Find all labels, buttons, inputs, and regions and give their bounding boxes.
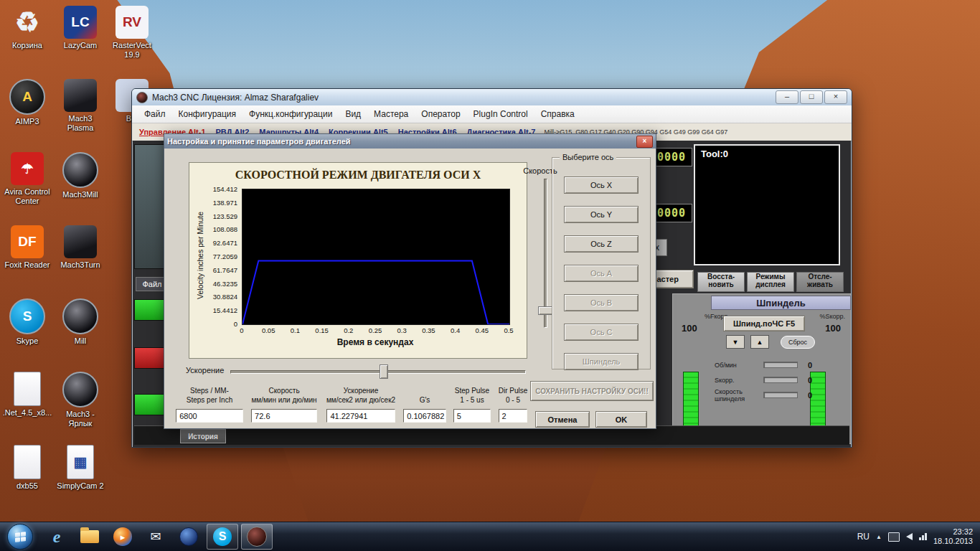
- dotnet-installer-icon: [14, 372, 41, 406]
- window-titlebar[interactable]: Mach3 CNC Лицензия: Almaz Sharafgaliev –…: [132, 89, 852, 105]
- spindle-row-label: Об/мин: [715, 362, 760, 369]
- reset-button[interactable]: [134, 394, 167, 415]
- language-indicator[interactable]: RU: [857, 532, 870, 542]
- view-button[interactable]: Режимы дисплея: [747, 272, 794, 292]
- ok-button[interactable]: OK: [595, 411, 647, 428]
- motor-tuning-dialog: Настройка и принятие параметров двигател…: [164, 133, 656, 429]
- dir-pulse-input[interactable]: 2: [499, 409, 528, 423]
- taskbar-item-media-player[interactable]: ▸: [108, 524, 138, 549]
- taskbar-item-app-globe[interactable]: [174, 524, 204, 549]
- cancel-button[interactable]: Отмена: [535, 411, 590, 428]
- spindle-row-slider[interactable]: [763, 392, 798, 398]
- feed-override-bar[interactable]: [683, 372, 699, 426]
- acceleration-input[interactable]: 41.227941: [326, 409, 395, 423]
- desktop-icon-label: .Net_4.5_x8...: [3, 408, 52, 418]
- desktop-icon-recycle-bin[interactable]: ♻Корзина: [1, 4, 53, 77]
- view-button[interactable]: Отсле- живать: [796, 272, 844, 292]
- menu-help[interactable]: Справка: [534, 107, 581, 121]
- desktop-icon-label: Skype: [17, 336, 39, 346]
- desktop-icon-rastervect[interactable]: RVRasterVect 19.9: [106, 4, 158, 77]
- spindle-override-bar[interactable]: [810, 372, 826, 426]
- velocity-input[interactable]: 72.6: [251, 409, 317, 423]
- menu-configuration[interactable]: Конфигурация: [172, 107, 243, 121]
- desktop-icon-label: Mach3 Plasma: [67, 114, 94, 133]
- menu-operator[interactable]: Оператор: [415, 107, 466, 121]
- avira-control-center-icon: ☂: [11, 152, 44, 185]
- menu-function-configs[interactable]: Функц.конфигурации: [242, 107, 339, 121]
- acceleration-slider[interactable]: [230, 364, 524, 378]
- menu-file[interactable]: Файл: [138, 107, 172, 121]
- spindle-arrow-button[interactable]: ▲: [750, 335, 769, 349]
- tray-volume-icon[interactable]: [906, 533, 913, 540]
- spindle-row: Скорость шпинделя0: [715, 387, 812, 402]
- spindle-row-label: Скорость шпинделя: [715, 388, 760, 402]
- menu-plugin-control[interactable]: PlugIn Control: [467, 107, 534, 121]
- desktop-icon-mach3-shortcut[interactable]: Mach3 - Ярлык: [55, 370, 106, 443]
- spindle-reset-button[interactable]: Сброс: [781, 336, 815, 349]
- menu-view[interactable]: Вид: [339, 107, 367, 121]
- stop-button[interactable]: [134, 347, 167, 369]
- field-label: 0 - 5: [496, 396, 530, 405]
- steps-per-unit-field: Steps / MM-Steps per Inch6800: [170, 387, 249, 423]
- desktop-icon-label: Avira Control Center: [4, 187, 50, 206]
- spindle-override-label: %Sкорр.: [819, 313, 845, 320]
- axis-buttons: Ось XОсь YОсь ZОсь AОсь BОсь CШпиндель: [552, 158, 650, 370]
- tray-network-icon[interactable]: [919, 533, 927, 540]
- taskbar-item-internet-explorer[interactable]: e: [42, 524, 72, 549]
- desktop-icon-mill[interactable]: Mill: [55, 297, 106, 370]
- field-label: Steps / MM-: [170, 387, 249, 396]
- maximize-button[interactable]: □: [800, 90, 823, 104]
- desktop-icon-lazycam[interactable]: LCLazyCam: [55, 4, 106, 77]
- dialog-titlebar[interactable]: Настройка и принятие параметров двигател…: [164, 134, 656, 149]
- y-tick-label: 46.3235: [213, 280, 237, 288]
- steps-per-unit-input[interactable]: 6800: [176, 409, 243, 423]
- history-button[interactable]: История: [180, 429, 226, 443]
- taskbar-clock[interactable]: 23:32 18.10.2013: [933, 527, 973, 546]
- desktop-icon-mach3mill[interactable]: Mach3Mill: [55, 151, 106, 224]
- spindle-row-slider[interactable]: [763, 377, 798, 383]
- desktop-icon-aimp3[interactable]: AAIMP3: [1, 77, 53, 151]
- step-pulse-input[interactable]: 5: [453, 409, 491, 423]
- menu-wizards[interactable]: Мастера: [367, 107, 415, 121]
- desktop-icon-mach3turn[interactable]: Mach3Turn: [55, 224, 106, 297]
- acceleration-slider-thumb[interactable]: [380, 364, 388, 379]
- skype-icon: S: [9, 298, 45, 334]
- taskbar-item-windows-explorer[interactable]: [75, 524, 105, 549]
- spindle-arrow-button[interactable]: ▼: [726, 335, 745, 349]
- dialog-close-button[interactable]: ×: [636, 136, 653, 148]
- tray-monitor-icon[interactable]: [888, 532, 900, 542]
- taskbar-item-mach3[interactable]: [241, 524, 273, 550]
- desktop-icon-avira-control-center[interactable]: ☂Avira Control Center: [1, 151, 53, 224]
- spindle-row-value: 0: [801, 361, 812, 369]
- spindle-row-label: Sкорр.: [715, 377, 760, 384]
- dialog-body: СКОРОСТНОЙ РЕЖИМ ДВИГАТЕЛЯ ОСИ X Velocit…: [164, 149, 656, 428]
- axis-z-button[interactable]: Ось Z: [564, 235, 639, 253]
- close-button[interactable]: ×: [824, 90, 847, 104]
- spindle-cw-button[interactable]: Шпинд.поЧС F5: [723, 316, 805, 331]
- desktop-icon-simplycam-2[interactable]: ▦SimplyCam 2: [55, 443, 106, 517]
- start-button[interactable]: [7, 524, 33, 550]
- g-force-input[interactable]: 0.1067882: [403, 409, 446, 423]
- desktop-icon-foxit-reader[interactable]: DFFoxit Reader: [1, 224, 53, 297]
- taskbar-item-messenger[interactable]: ✉: [141, 524, 171, 549]
- spindle-row-slider[interactable]: [763, 362, 798, 368]
- cycle-start-button[interactable]: [134, 299, 167, 321]
- field-label: Step Pulse: [450, 387, 494, 396]
- view-button[interactable]: Восста- новить: [697, 272, 745, 292]
- desktop-icon-dotnet-installer[interactable]: .Net_4.5_x8...: [1, 370, 53, 443]
- minimize-button[interactable]: –: [776, 90, 798, 104]
- desktop-icon-dxb55[interactable]: dxb55: [1, 443, 53, 517]
- desktop-icon-mach3-plasma[interactable]: Mach3 Plasma: [55, 77, 106, 151]
- save-axis-settings-button[interactable]: СОХРАНИТЬ НАСТРОЙКУ ОСИ!!: [530, 381, 654, 401]
- y-tick-label: 154.412: [213, 185, 237, 193]
- spindle-panel: Шпиндель %Fкорр. 100 %Sкорр. 100 Шпинд.п…: [672, 293, 851, 444]
- velocity-slider-thumb[interactable]: [538, 306, 553, 315]
- messenger-icon: ✉: [150, 529, 161, 545]
- axis-x-button[interactable]: Ось X: [564, 176, 639, 194]
- taskbar-item-skype[interactable]: S: [207, 524, 238, 550]
- desktop-icon-skype[interactable]: SSkype: [1, 297, 53, 370]
- axis-y-button[interactable]: Ось Y: [564, 206, 639, 223]
- hidden-icons-arrow[interactable]: ▲: [876, 534, 882, 540]
- skype-icon: S: [213, 527, 232, 546]
- chart-x-axis-label: Время в секундах: [242, 337, 509, 347]
